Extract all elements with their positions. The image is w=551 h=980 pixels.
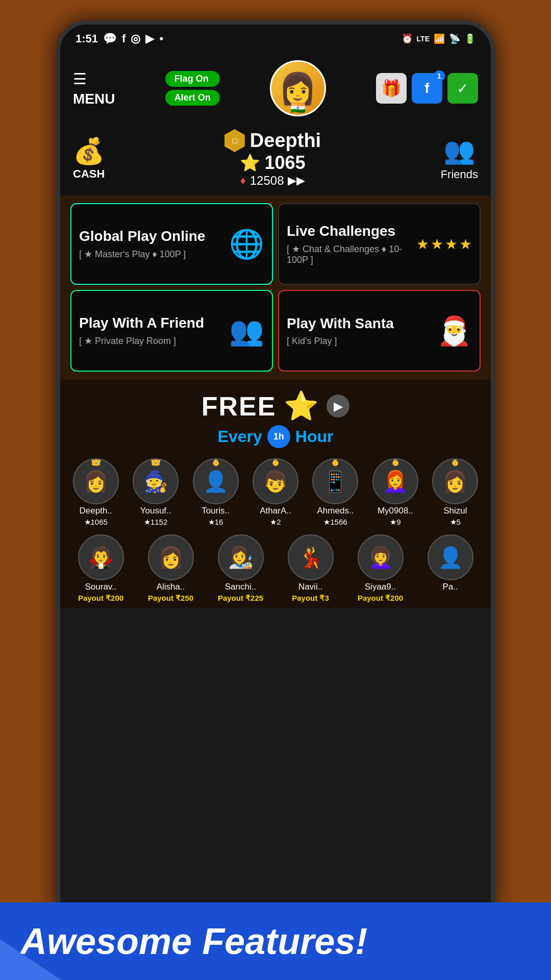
play-santa-button[interactable]: Play With Santa [ Kid's Play ] 🎅 xyxy=(278,290,481,372)
list-item[interactable]: 👩 Alisha.. Payout ₹250 xyxy=(138,534,204,603)
star-count: 1065 xyxy=(264,152,305,174)
list-item[interactable]: 🥇 👩‍🦰 My0908.. ★9 xyxy=(367,458,423,527)
player-name: Touris.. xyxy=(202,506,230,516)
list-item[interactable]: 👑 🧙 Yousuf.. ★1152 xyxy=(128,458,183,527)
player-name: Yousuf.. xyxy=(140,506,171,516)
avatar-flag: 🇮🇳 xyxy=(290,101,306,115)
every-hour-row: Every 1h Hour xyxy=(218,425,334,448)
payout-avatar: 🧛 xyxy=(78,534,124,580)
list-item[interactable]: 👩‍🎨 Sanchi.. Payout ₹225 xyxy=(208,534,273,603)
messenger-icon: 💬 xyxy=(103,32,117,45)
player-stars: ★1566 xyxy=(323,518,347,527)
play-friend-sub: [ ★ Private Play Room ] xyxy=(79,335,229,347)
player-stars: ★1065 xyxy=(84,518,108,527)
live-stars: ★ ★ ★ ★ xyxy=(416,236,472,253)
list-item[interactable]: 🥇 👤 Touris.. ★16 xyxy=(188,458,243,527)
player-name: Shizul xyxy=(443,506,467,516)
circle-icon: ◎ xyxy=(131,32,140,45)
cash-label: CASH xyxy=(73,167,105,181)
flag-on-badge[interactable]: Flag On xyxy=(165,71,220,87)
play-friend-icon: 👥 xyxy=(229,314,264,348)
top-nav: ☰ MENU Flag On Alert On 👩 🇮🇳 🎁 f 1 xyxy=(60,53,491,124)
live-challenges-button[interactable]: Live Challenges [ ★ Chat & Challenges ♦ … xyxy=(278,203,481,285)
play-santa-sub: [ Kid's Play ] xyxy=(287,336,437,347)
every-text: Every xyxy=(218,427,262,446)
star2: ★ xyxy=(431,236,443,253)
star1: ★ xyxy=(416,236,429,253)
crown-icon: 👑 xyxy=(90,458,102,467)
play-friend-button[interactable]: Play With A Friend [ ★ Private Play Room… xyxy=(70,290,273,372)
menu-icon[interactable]: ☰ xyxy=(73,70,87,88)
players-grid: 👑 👩 Deepth.. ★1065 👑 🧙 Yousuf.. ★1152 🥇 … xyxy=(60,453,491,532)
list-item[interactable]: 🥇 📱 Ahmeds.. ★1566 xyxy=(308,458,363,527)
list-item[interactable]: 🧛 Sourav.. Payout ₹200 xyxy=(68,534,134,603)
youtube-icon: ▶ xyxy=(145,32,154,45)
payout-amount: Payout ₹200 xyxy=(358,594,403,603)
gift-button[interactable]: 🎁 xyxy=(376,73,407,104)
list-item[interactable]: 🥇 👩 Shizul ★5 xyxy=(428,458,483,527)
facebook-button[interactable]: f 1 xyxy=(412,73,442,104)
friends-section[interactable]: 👥 Friends xyxy=(441,136,478,181)
free-arrow-icon[interactable]: ▶ xyxy=(327,395,349,418)
hour-badge[interactable]: 1h xyxy=(267,425,290,448)
shield-icon: ✓ xyxy=(457,80,468,97)
avatar[interactable]: 👩 🇮🇳 xyxy=(270,60,326,116)
stars-row: ⭐ 1065 xyxy=(240,152,305,174)
medal-icon: 🥇 xyxy=(390,458,401,467)
hour-text: Hour xyxy=(295,427,334,446)
phone-notch xyxy=(224,24,327,45)
payout-name: Sourav.. xyxy=(85,582,116,592)
diamond-icon: ♦ xyxy=(240,174,246,187)
global-play-title: Global Play Online xyxy=(79,228,229,244)
global-play-sub: [ ★ Master's Play ♦ 100P ] xyxy=(79,249,229,260)
list-item[interactable]: 👤 Pa.. xyxy=(417,534,483,603)
player-stars: ★9 xyxy=(390,518,400,527)
menu-section: ☰ MENU xyxy=(73,70,115,107)
payout-name: Pa.. xyxy=(442,582,458,592)
free-section[interactable]: FREE ⭐ ▶ Every 1h Hour xyxy=(60,379,491,453)
payout-avatar: 👩‍🎨 xyxy=(218,534,264,580)
fb-icon: f xyxy=(424,80,429,96)
shield-button[interactable]: ✓ xyxy=(447,73,478,104)
arrow-icon: ▶▶ xyxy=(288,174,305,187)
player-avatar: 🥇 👦 xyxy=(253,458,298,504)
alarm-icon: ⏰ xyxy=(402,33,413,44)
list-item[interactable]: 💃 Navii.. Payout ₹3 xyxy=(278,534,343,603)
global-play-button[interactable]: Global Play Online [ ★ Master's Play ♦ 1… xyxy=(70,203,273,285)
diamonds-row: ♦ 12508 ▶▶ xyxy=(240,174,306,188)
player-avatar: 🥇 📱 xyxy=(312,458,358,504)
profile-name-row: ⬡ Deepthi xyxy=(224,129,321,152)
awesome-label: Awesome Features! xyxy=(20,921,367,962)
profile-name: Deepthi xyxy=(250,130,321,152)
list-item[interactable]: 👩‍🦱 Siyaa9.. Payout ₹200 xyxy=(347,534,413,603)
medal-icon: 🥇 xyxy=(330,458,341,467)
cash-section[interactable]: 💰 CASH xyxy=(73,136,105,181)
diamond-count: 12508 xyxy=(250,174,284,188)
live-challenges-sub: [ ★ Chat & Challenges ♦ 10-100P ] xyxy=(287,243,416,265)
menu-label[interactable]: MENU xyxy=(73,91,115,107)
payout-name: Navii.. xyxy=(298,582,322,592)
profile-avatar-section[interactable]: 👩 🇮🇳 xyxy=(270,60,326,116)
player-avatar: 🥇 👩 xyxy=(432,458,478,504)
payout-avatar: 💃 xyxy=(288,534,334,580)
list-item[interactable]: 👑 👩 Deepth.. ★1065 xyxy=(68,458,123,527)
player-name: AtharA.. xyxy=(260,506,291,516)
dot-icon: • xyxy=(159,32,163,45)
friends-icon: 👥 xyxy=(443,136,475,165)
list-item[interactable]: 🥇 👦 AtharA.. ★2 xyxy=(247,458,303,527)
phone-frame: 1:51 💬 f ◎ ▶ • ⏰ LTE 📶 📡 🔋 ☰ MENU Flag O… xyxy=(56,20,495,929)
alert-on-badge[interactable]: Alert On xyxy=(165,90,220,106)
battery-icon: 🔋 xyxy=(464,33,475,44)
star-icon: ⭐ xyxy=(240,153,260,173)
payout-name: Sanchi.. xyxy=(225,582,256,592)
app-content: ☰ MENU Flag On Alert On 👩 🇮🇳 🎁 f 1 xyxy=(60,53,491,608)
friends-label: Friends xyxy=(441,168,478,181)
free-text: FREE xyxy=(202,391,277,422)
free-star-icon: ⭐ xyxy=(284,389,319,423)
status-time: 1:51 xyxy=(76,32,98,45)
player-stars: ★16 xyxy=(208,518,223,527)
game-grid: Global Play Online [ ★ Master's Play ♦ 1… xyxy=(60,195,491,379)
player-name: Ahmeds.. xyxy=(317,506,354,516)
profile-section: 💰 CASH ⬡ Deepthi ⭐ 1065 ♦ 12508 ▶▶ xyxy=(60,124,491,195)
gift-icon: 🎁 xyxy=(381,79,402,98)
